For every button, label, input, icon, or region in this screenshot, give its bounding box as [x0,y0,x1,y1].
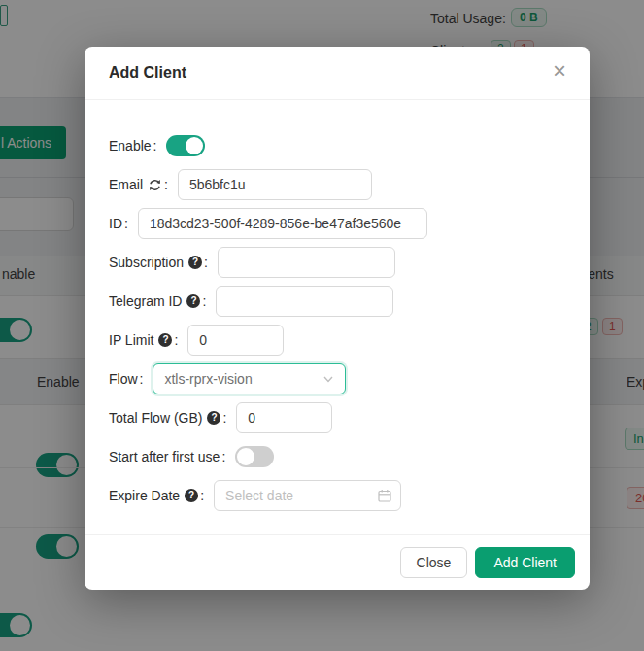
field-row-telegram: Telegram ID ? [109,286,565,317]
close-icon[interactable]: × [547,57,572,85]
field-row-id: ID [109,208,565,239]
field-row-subscription: Subscription ? [109,247,565,278]
help-icon[interactable]: ? [185,489,198,502]
ip-limit-input[interactable] [187,325,284,356]
field-row-enable: Enable [109,130,565,161]
label-colon [204,255,208,270]
field-row-email: Email [109,169,565,200]
help-icon[interactable]: ? [188,256,202,269]
flow-label: Flow [109,371,138,387]
email-input[interactable] [178,169,372,200]
label-colon [200,488,204,503]
subscription-label: Subscription [109,255,184,270]
total-flow-input[interactable] [236,402,332,433]
help-icon[interactable]: ? [207,411,220,425]
modal-body: Enable Email ID Subscription [85,100,590,534]
label-colon [202,293,206,309]
telegram-label: Telegram ID [109,293,182,309]
start-after-first-use-toggle[interactable] [235,446,274,467]
label-colon [153,138,157,154]
help-icon[interactable]: ? [158,333,172,347]
label-colon [221,449,225,464]
add-client-modal: Add Client × Enable Email ID [85,47,590,590]
label-colon [164,177,168,192]
flow-selected-value: xtls-rprx-vision [164,371,252,387]
field-row-ip-limit: IP Limit ? [109,325,565,356]
enable-toggle[interactable] [166,135,205,156]
close-button[interactable]: Close [400,547,468,578]
label-colon [174,332,178,348]
subscription-input[interactable] [218,247,395,278]
regenerate-email-icon[interactable] [148,178,162,192]
field-row-expire-date: Expire Date ? [109,480,565,511]
modal-title: Add Client [109,64,186,82]
expire-date-label: Expire Date [109,488,180,503]
expire-date-input[interactable] [214,480,401,511]
add-client-button[interactable]: Add Client [475,547,575,578]
label-colon [222,410,226,426]
help-icon[interactable]: ? [186,294,200,308]
id-input[interactable] [138,208,427,239]
total-flow-label: Total Flow (GB) [109,410,202,426]
expire-date-picker[interactable] [214,480,401,511]
telegram-id-input[interactable] [216,286,393,317]
field-row-flow: Flow xtls-rprx-vision [109,363,565,394]
modal-footer: Close Add Client [85,534,590,590]
label-colon [124,216,128,231]
label-colon [140,371,144,387]
id-label: ID [109,216,122,231]
toggle-knob [237,448,254,465]
ip-limit-label: IP Limit [109,332,153,348]
field-row-start-after-first-use: Start after first use [109,441,565,472]
toggle-knob [186,137,203,154]
enable-label: Enable [109,138,152,154]
email-label: Email [109,177,143,192]
flow-select[interactable]: xtls-rprx-vision [153,363,346,394]
chevron-down-icon [322,373,334,385]
field-row-total-flow: Total Flow (GB) ? [109,402,565,433]
modal-header: Add Client × [85,47,590,100]
start-after-first-use-label: Start after first use [109,449,220,464]
